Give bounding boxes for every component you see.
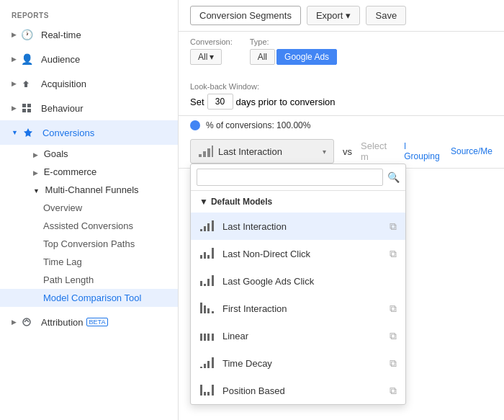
svg-rect-32: [212, 357, 214, 368]
dropdown-item-last-interaction[interactable]: Last Interaction ⧉: [191, 213, 405, 240]
pct-dot: [190, 120, 200, 130]
sidebar-item-ecommerce[interactable]: ▶ E-commerce: [0, 163, 178, 181]
svg-rect-14: [204, 252, 206, 259]
sidebar-item-model-comparison[interactable]: Model Comparison Tool: [0, 289, 178, 307]
conversion-label: Conversion:: [190, 37, 233, 46]
model-dropdown[interactable]: Last Interaction ▾: [190, 139, 334, 164]
dropdown-item-first-interaction[interactable]: First Interaction ⧉: [191, 295, 405, 322]
model-dropdown-chevron: ▾: [323, 148, 326, 156]
position-based-copy-icon[interactable]: ⧉: [390, 385, 397, 397]
model-dropdown-container: Last Interaction ▾ 🔍 ▼ Default Models: [190, 139, 334, 164]
sidebar-item-time-lag[interactable]: Time Lag: [0, 253, 178, 271]
svg-rect-6: [203, 151, 206, 157]
sidebar-item-acquisition[interactable]: ▶ Acquisition: [0, 71, 178, 96]
position-based-icon: [199, 383, 215, 398]
sidebar-item-multi-channel-label: Multi-Channel Funnels: [45, 184, 139, 195]
sidebar-item-overview-label: Overview: [43, 202, 82, 213]
type-google-ads-button[interactable]: Google Ads: [276, 49, 337, 65]
dropdown-item-time-decay[interactable]: Time Decay ⧉: [191, 349, 405, 377]
lookback-days-label: days prior to conversion: [236, 97, 336, 107]
time-decay-copy-icon[interactable]: ⧉: [390, 357, 397, 370]
time-decay-icon: [199, 355, 215, 371]
sidebar-item-attribution-label: Attribution: [41, 317, 84, 328]
sidebar-item-path-length[interactable]: Path Length: [0, 271, 178, 289]
sidebar-item-attribution[interactable]: ▶ Attribution BETA: [0, 310, 178, 334]
linear-icon: [199, 328, 215, 344]
svg-rect-34: [204, 392, 206, 396]
dropdown-item-position-based[interactable]: Position Based ⧉: [191, 377, 405, 404]
svg-rect-10: [204, 226, 206, 231]
lookback-label: Look-back Window:: [190, 82, 336, 91]
first-interaction-icon: [199, 300, 215, 316]
export-button[interactable]: Export ▾: [307, 6, 361, 25]
source-medium-link[interactable]: Source/Me: [451, 146, 492, 156]
sidebar-item-multi-channel[interactable]: ▼ Multi-Channel Funnels: [0, 181, 178, 199]
conversion-segments-button[interactable]: Conversion Segments: [190, 6, 301, 25]
sidebar-item-goals[interactable]: ▶ Goals: [0, 145, 178, 163]
pct-text: % of conversions: 100.00%: [206, 120, 310, 130]
svg-rect-28: [212, 334, 214, 341]
last-non-direct-copy-icon[interactable]: ⧉: [390, 248, 397, 260]
model-dropdown-text: Last Interaction: [218, 146, 318, 157]
linear-copy-icon[interactable]: ⧉: [390, 330, 397, 342]
conversion-buttons: All ▾: [190, 49, 233, 65]
last-google-ads-label: Last Google Ads Click: [222, 276, 397, 287]
svg-rect-9: [200, 229, 202, 231]
toolbar: Conversion Segments Export ▾ Save: [179, 0, 504, 32]
behaviour-icon: [19, 101, 34, 115]
svg-rect-3: [27, 109, 31, 112]
realtime-icon: 🕐: [19, 27, 34, 42]
type-control: Type: All Google Ads: [250, 37, 337, 65]
type-label: Type:: [250, 37, 337, 46]
last-google-ads-icon: [199, 273, 215, 289]
dropdown-item-last-google-ads[interactable]: Last Google Ads Click: [191, 267, 405, 295]
last-interaction-copy-icon[interactable]: ⧉: [390, 220, 397, 233]
sidebar-item-time-lag-label: Time Lag: [43, 256, 82, 267]
time-decay-label: Time Decay: [222, 358, 382, 369]
first-interaction-copy-icon[interactable]: ⧉: [390, 303, 397, 315]
reports-label: REPORTS: [0, 6, 178, 22]
sidebar-item-assisted[interactable]: Assisted Conversions: [0, 217, 178, 235]
sidebar-item-realtime[interactable]: ▶ 🕐 Real-time: [0, 22, 178, 47]
conversion-all-button[interactable]: All ▾: [190, 49, 222, 65]
sidebar-item-conversions[interactable]: ▼ Conversions: [0, 120, 178, 145]
save-button[interactable]: Save: [366, 6, 406, 25]
lookback-input[interactable]: [207, 94, 233, 110]
sidebar: REPORTS ▶ 🕐 Real-time ▶ 👤 Audience ▶ Acq…: [0, 0, 179, 420]
vs-text: vs: [343, 146, 352, 157]
sidebar-item-overview[interactable]: Overview: [0, 199, 178, 217]
svg-rect-27: [207, 334, 210, 341]
svg-rect-11: [207, 223, 210, 231]
dropdown-panel: 🔍 ▼ Default Models Last: [190, 164, 406, 405]
conversions-icon: [21, 125, 35, 140]
type-all-button[interactable]: All: [250, 49, 275, 65]
conversion-control: Conversion: All ▾: [190, 37, 233, 65]
audience-icon: 👤: [19, 52, 34, 66]
sidebar-item-behaviour-label: Behaviour: [41, 103, 84, 114]
dropdown-item-last-non-direct[interactable]: Last Non-Direct Click ⧉: [191, 240, 405, 267]
sidebar-item-behaviour[interactable]: ▶ Behaviour: [0, 96, 178, 120]
svg-rect-16: [212, 248, 214, 259]
attribution-icon: [19, 315, 34, 329]
dropdown-item-linear[interactable]: Linear ⧉: [191, 322, 405, 349]
type-all-label: All: [258, 52, 267, 62]
dropdown-search-input[interactable]: [197, 169, 383, 186]
svg-rect-0: [22, 104, 26, 107]
svg-rect-30: [204, 364, 206, 368]
position-based-label: Position Based: [222, 385, 382, 396]
svg-rect-29: [200, 367, 202, 368]
export-label: Export: [316, 10, 343, 21]
sidebar-item-goals-label: Goals: [44, 148, 68, 159]
channel-grouping-link[interactable]: l Grouping: [404, 141, 442, 161]
svg-rect-5: [199, 154, 202, 157]
sidebar-item-top-paths[interactable]: Top Conversion Paths: [0, 235, 178, 253]
acquisition-icon: [19, 76, 34, 91]
sidebar-item-model-comparison-label: Model Comparison Tool: [43, 292, 141, 303]
svg-rect-19: [207, 279, 210, 286]
search-icon[interactable]: 🔍: [387, 171, 400, 183]
sidebar-item-audience[interactable]: ▶ 👤 Audience: [0, 47, 178, 71]
set-prefix-label: Set: [190, 97, 204, 107]
first-interaction-label: First Interaction: [222, 303, 382, 314]
svg-rect-18: [204, 284, 206, 286]
sidebar-item-realtime-label: Real-time: [41, 30, 81, 40]
